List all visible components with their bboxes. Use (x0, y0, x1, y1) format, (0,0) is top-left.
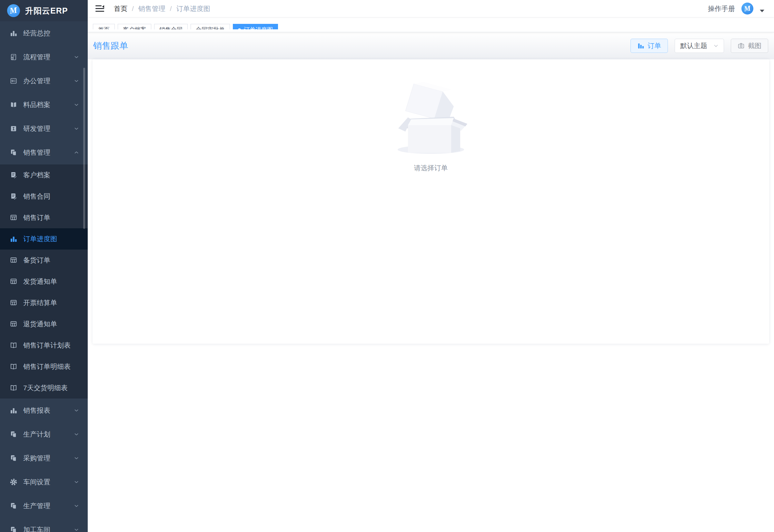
breadcrumb-sales-management: 销售管理 (138, 4, 165, 13)
doc-edit-icon (10, 192, 17, 200)
user-avatar[interactable]: M (741, 3, 753, 15)
page-title: 销售跟单 (93, 40, 128, 52)
breadcrumb-home[interactable]: 首页 (114, 4, 127, 13)
tab-order-progress-chart[interactable]: 订单进度图 (233, 24, 278, 29)
open-book-icon (10, 363, 17, 370)
sidebar-item-operations-dashboard[interactable]: 经营总控 (0, 21, 88, 45)
chevron-down-icon (74, 54, 79, 60)
tab-sales-contract[interactable]: 销售合同 (154, 24, 188, 29)
sidebar-item-seven-day-delivery-report[interactable]: 7天交货明细表 (0, 377, 88, 399)
sidebar: M 升阳云ERP 经营总控 流程管理 办公管理 料品档案 (0, 0, 88, 532)
empty-box-illustration (394, 79, 468, 155)
chart-icon (637, 42, 644, 49)
empty-state-text: 请选择订单 (414, 163, 448, 172)
sidebar-item-stock-prep-order[interactable]: 备货订单 (0, 250, 88, 271)
info-square-icon (10, 125, 17, 133)
sidebar-item-sales-order-detail-report[interactable]: 销售订单明细表 (0, 356, 88, 377)
chevron-down-icon (74, 78, 79, 84)
sidebar-item-return-notice[interactable]: 退货通知单 (0, 313, 88, 335)
manual-link[interactable]: 操作手册 (708, 4, 735, 13)
process-doc-icon (10, 53, 17, 61)
chevron-up-icon (74, 150, 79, 155)
camera-icon (738, 42, 745, 49)
header-actions: 订单 默认主题 截图 (630, 39, 768, 53)
chevron-down-icon (74, 126, 79, 132)
brand-title: 升阳云ERP (25, 5, 68, 16)
page-header: 销售跟单 订单 默认主题 (88, 32, 774, 59)
sidebar-item-purchase-management[interactable]: 采购管理 (0, 446, 88, 470)
breadcrumb-order-progress: 订单进度图 (176, 4, 210, 13)
sidebar-item-shipping-notice[interactable]: 发货通知单 (0, 271, 88, 292)
breadcrumb: 首页 / 销售管理 / 订单进度图 (114, 4, 210, 13)
bar-chart-icon (10, 407, 17, 414)
screenshot-button[interactable]: 截图 (731, 39, 768, 53)
chevron-down-icon (74, 408, 79, 413)
office-card-icon (10, 77, 17, 85)
app-root: M 升阳云ERP 经营总控 流程管理 办公管理 料品档案 (0, 0, 774, 532)
sidebar-logo[interactable]: M 升阳云ERP (0, 0, 88, 21)
hamburger-icon (95, 5, 104, 12)
sidebar-item-sales-reports[interactable]: 销售报表 (0, 399, 88, 422)
sidebar-item-order-progress-chart[interactable]: 订单进度图 (0, 228, 88, 250)
chevron-down-icon (74, 431, 79, 437)
book-icon (10, 101, 17, 109)
sidebar-item-production-management[interactable]: 生产管理 (0, 494, 88, 518)
pages-icon (10, 526, 17, 532)
order-tracking-panel: 请选择订单 (93, 59, 769, 344)
sidebar-item-sales-contract[interactable]: 销售合同 (0, 186, 88, 207)
pages-icon (10, 502, 17, 510)
bar-chart-icon (10, 29, 17, 37)
pages-icon (10, 454, 17, 462)
theme-select[interactable]: 默认主题 (675, 39, 724, 53)
tab-contract-approval[interactable]: 合同审批单 (191, 24, 230, 29)
navbar-right: 操作手册 M (708, 3, 764, 15)
sidebar-item-rd-management[interactable]: 研发管理 (0, 117, 88, 141)
sidebar-item-process-management[interactable]: 流程管理 (0, 45, 88, 69)
chevron-down-icon (74, 102, 79, 108)
top-navbar: 首页 / 销售管理 / 订单进度图 操作手册 M (88, 0, 774, 17)
table-icon (10, 256, 17, 264)
brand-logo-icon: M (7, 4, 20, 17)
chevron-down-icon (74, 503, 79, 509)
sidebar-item-production-plan[interactable]: 生产计划 (0, 422, 88, 446)
sidebar-item-invoice-settlement[interactable]: 开票结算单 (0, 292, 88, 313)
sidebar-item-workshop-settings[interactable]: 车间设置 (0, 470, 88, 494)
sidebar-collapse-button[interactable] (88, 0, 112, 17)
chevron-down-icon (74, 527, 79, 532)
breadcrumb-separator: / (170, 5, 172, 13)
table-icon (10, 214, 17, 222)
chevron-down-icon (74, 455, 79, 461)
sidebar-item-customer-archives[interactable]: 客户档案 (0, 164, 88, 186)
sidebar-item-material-archives[interactable]: 料品档案 (0, 93, 88, 117)
order-button[interactable]: 订单 (630, 39, 668, 53)
tags-clip-region: 首页 客户档案 销售合同 合同审批单 订单进度图 (93, 24, 278, 29)
bar-chart-icon (10, 235, 17, 243)
tab-customer-archives[interactable]: 客户档案 (118, 24, 151, 29)
open-book-icon (10, 384, 17, 392)
tab-home[interactable]: 首页 (93, 24, 115, 29)
sidebar-item-office-management[interactable]: 办公管理 (0, 69, 88, 93)
chevron-down-icon (713, 43, 719, 48)
main-area: 首页 / 销售管理 / 订单进度图 操作手册 M 首页 客户档案 (88, 0, 774, 532)
active-tab-dot-icon (238, 28, 241, 29)
chevron-down-icon (74, 479, 79, 485)
open-book-icon (10, 341, 17, 349)
page-content: 销售跟单 订单 默认主题 (88, 32, 774, 532)
table-icon (10, 278, 17, 285)
sidebar-item-sales-order[interactable]: 销售订单 (0, 207, 88, 228)
sidebar-menu: 经营总控 流程管理 办公管理 料品档案 研发管理 (0, 21, 88, 532)
sidebar-item-sales-management[interactable]: 销售管理 (0, 141, 88, 164)
table-icon (10, 320, 17, 328)
pages-icon (10, 430, 17, 438)
user-menu-caret-icon[interactable] (760, 10, 764, 12)
doc-edit-icon (10, 171, 17, 179)
breadcrumb-separator: / (132, 5, 134, 13)
sidebar-item-processing-workshop[interactable]: 加工车间 (0, 518, 88, 532)
gear-icon (10, 478, 17, 486)
sidebar-item-sales-order-plan-report[interactable]: 销售订单计划表 (0, 335, 88, 356)
table-icon (10, 299, 17, 307)
pages-icon (10, 149, 17, 156)
sidebar-scrollbar-thumb[interactable] (83, 68, 85, 229)
tags-view-bar: 首页 客户档案 销售合同 合同审批单 订单进度图 (88, 17, 774, 32)
